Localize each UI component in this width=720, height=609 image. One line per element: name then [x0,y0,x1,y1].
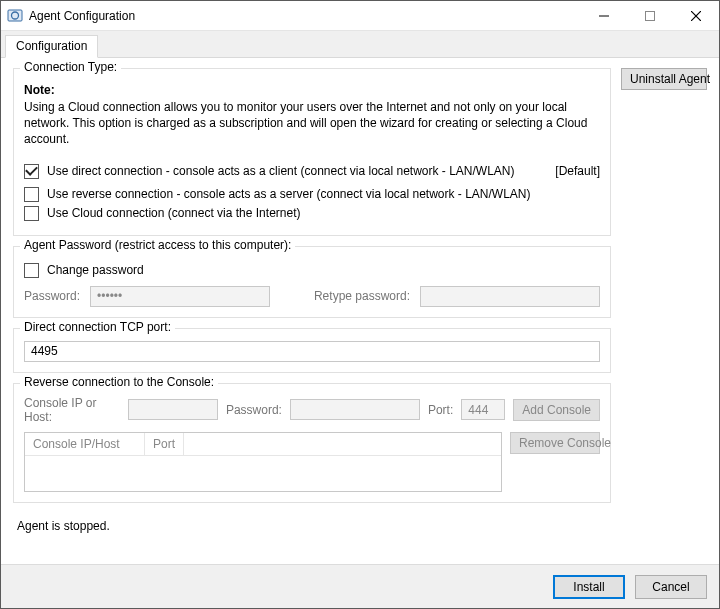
group-tcp-port: Direct connection TCP port: [13,328,611,373]
agent-password-legend: Agent Password (restrict access to this … [20,238,295,252]
console-port-label: Port: [428,403,453,417]
console-password-label: Password: [226,403,282,417]
note-body: Using a Cloud connection allows you to m… [24,99,600,148]
app-icon [7,8,23,24]
checkbox-reverse[interactable] [24,187,39,202]
tab-configuration[interactable]: Configuration [5,35,98,58]
password-label: Password: [24,289,80,303]
add-console-button: Add Console [513,399,600,421]
connection-type-legend: Connection Type: [20,60,121,74]
console-ip-input [128,399,218,420]
tcp-port-legend: Direct connection TCP port: [20,320,175,334]
group-agent-password: Agent Password (restrict access to this … [13,246,611,318]
console-table[interactable]: Console IP/Host Port [24,432,502,492]
default-tag: [Default] [555,164,600,178]
reverse-connection-legend: Reverse connection to the Console: [20,375,218,389]
install-button[interactable]: Install [553,575,625,599]
checkbox-direct[interactable] [24,164,39,179]
group-connection-type: Connection Type: Note: Using a Cloud con… [13,68,611,236]
content-area: Connection Type: Note: Using a Cloud con… [1,58,719,564]
retype-password-label: Retype password: [314,289,410,303]
checkbox-change-password-label: Change password [47,263,144,277]
remove-console-button: Remove Console [510,432,600,454]
checkbox-row-cloud[interactable]: Use Cloud connection (connect via the In… [24,206,600,221]
group-reverse-connection: Reverse connection to the Console: Conso… [13,383,611,503]
uninstall-agent-button[interactable]: Uninstall Agent [621,68,707,90]
maximize-button[interactable] [627,1,673,30]
close-button[interactable] [673,1,719,30]
footer: Install Cancel [1,564,719,608]
checkbox-cloud-label: Use Cloud connection (connect via the In… [47,206,300,220]
cancel-button[interactable]: Cancel [635,575,707,599]
window-buttons [581,1,719,30]
checkbox-change-password[interactable] [24,263,39,278]
th-console-port[interactable]: Port [145,433,184,455]
svg-rect-3 [646,11,655,20]
console-ip-label: Console IP or Host: [24,396,120,424]
note-heading: Note: [24,83,600,97]
tabstrip: Configuration [1,31,719,58]
checkbox-direct-label: Use direct connection - console acts as … [47,164,515,178]
password-input [90,286,270,307]
agent-status: Agent is stopped. [13,513,611,535]
checkbox-cloud[interactable] [24,206,39,221]
titlebar: Agent Configuration [1,1,719,31]
console-password-input [290,399,420,420]
checkbox-row-change-password[interactable]: Change password [24,263,600,278]
console-port-input [461,399,505,420]
checkbox-row-direct[interactable]: Use direct connection - console acts as … [24,164,515,179]
th-console-ip[interactable]: Console IP/Host [25,433,145,455]
checkbox-row-reverse[interactable]: Use reverse connection - console acts as… [24,187,600,202]
tcp-port-input[interactable] [24,341,600,362]
minimize-button[interactable] [581,1,627,30]
checkbox-reverse-label: Use reverse connection - console acts as… [47,187,531,201]
app-window: Agent Configuration Configuration Connec… [0,0,720,609]
window-title: Agent Configuration [29,9,581,23]
retype-password-input [420,286,600,307]
